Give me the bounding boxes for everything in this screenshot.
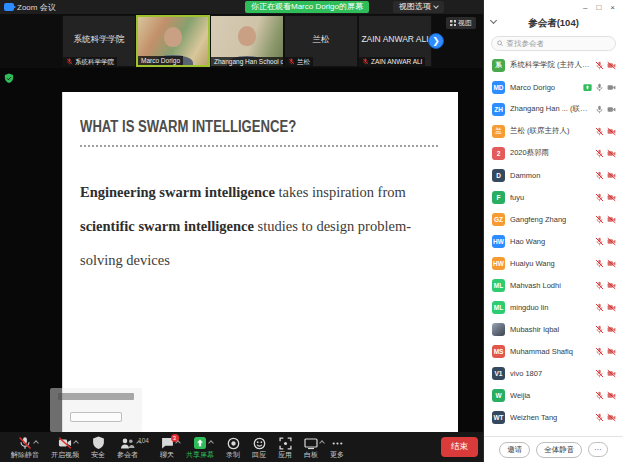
participant-search[interactable]: [491, 36, 616, 51]
participant-row[interactable]: 22020蔡郭雨: [484, 142, 623, 164]
participant-status-icons: [595, 369, 616, 378]
view-options-button[interactable]: 视图选项: [393, 1, 444, 13]
shared-screen-area: WHAT IS SWARM INTELLIGENCE? Engineering …: [0, 68, 483, 432]
tile-display-name: 系统科学学院: [63, 34, 135, 46]
view-options-label: 视图选项: [399, 1, 431, 13]
reactions-button[interactable]: 回应: [246, 432, 272, 462]
mic-muted-icon: [595, 347, 604, 356]
mic-muted-icon: [66, 58, 73, 65]
camera-off-icon: [607, 413, 616, 422]
unmute-button[interactable]: 解除静音: [5, 432, 45, 462]
participant-row[interactable]: MLmingduo lin: [484, 296, 623, 318]
tile-name-label: Zhangang Han School of: [211, 57, 283, 66]
camera-off-icon: [607, 303, 616, 312]
participant-row[interactable]: WTWeizhen Tang: [484, 406, 623, 428]
mute-all-button[interactable]: 全体静音: [536, 442, 582, 458]
reactions-icon: [253, 437, 266, 450]
participant-row[interactable]: 兰兰松 (联席主持人): [484, 120, 623, 142]
view-layout-button[interactable]: 视图: [446, 17, 476, 29]
whiteboard-button[interactable]: 白板: [298, 432, 324, 462]
camera-off-icon: [607, 215, 616, 224]
mic-icon: [595, 105, 604, 114]
participant-name: Weijia: [510, 391, 590, 400]
participant-row[interactable]: Mubashir Iqbal: [484, 318, 623, 340]
record-button[interactable]: 录制: [220, 432, 246, 462]
participants-button[interactable]: 104 参会者: [111, 432, 144, 462]
chevron-up-icon: [73, 440, 79, 446]
more-button[interactable]: 更多: [324, 432, 350, 462]
toolbar-button-label: 更多: [330, 450, 344, 459]
slide-bold-text: scientific swarm intelligence: [80, 218, 254, 234]
security-shield-icon: [92, 436, 105, 450]
minimize-button[interactable]: –: [583, 3, 587, 12]
participant-status-icons: [595, 149, 616, 158]
avatar: MD: [492, 81, 505, 94]
encryption-shield-icon: [4, 73, 14, 84]
participant-row[interactable]: DDammon: [484, 164, 623, 186]
zoom-app: Zoom 会议 你正在观看Marco Dorigo的屏幕 视图选项 系统科学学院…: [0, 0, 623, 462]
avatar: V1: [492, 367, 505, 380]
mic-muted-icon: [595, 325, 604, 334]
next-participants-button[interactable]: ❯: [428, 33, 444, 49]
participant-status-icons: [595, 325, 616, 334]
apps-icon: [279, 437, 292, 450]
participant-row[interactable]: MLMahvash Lodhi: [484, 274, 623, 296]
participant-row[interactable]: ZHZhangang Han ... (联席主持人): [484, 98, 623, 120]
participant-name: vivo 1807: [510, 369, 590, 378]
participant-row[interactable]: 系系统科学学院 (主持人, 我): [484, 54, 623, 76]
tile-display-name: 兰松: [285, 34, 357, 46]
close-button[interactable]: ×: [610, 3, 615, 12]
share-screen-button[interactable]: 共享屏幕: [180, 432, 220, 462]
participant-status-icons: [595, 391, 616, 400]
participant-name: Dammon: [510, 171, 590, 180]
tile-display-name: ZAIN ANWAR ALI: [359, 34, 431, 44]
security-button[interactable]: 安全: [85, 432, 111, 462]
participant-row[interactable]: V1vivo 1807: [484, 362, 623, 384]
mic-muted-icon: [595, 391, 604, 400]
participant-status-icons: [595, 215, 616, 224]
participant-row[interactable]: MDMarco Dorigo: [484, 76, 623, 98]
app-identity: Zoom 会议: [0, 2, 56, 13]
invite-button[interactable]: 邀请: [499, 442, 530, 458]
participant-row[interactable]: MSMuhammad Shafiq: [484, 340, 623, 362]
avatar: ML: [492, 279, 505, 292]
apps-button[interactable]: 应用: [272, 432, 298, 462]
participants-icon: [120, 437, 135, 450]
participant-status-icons: [595, 171, 616, 180]
video-tile[interactable]: 系统科学学院 系统科学学院: [62, 15, 136, 67]
mic-muted-icon: [362, 58, 369, 65]
camera-off-icon: [607, 325, 616, 334]
zoom-camera-icon: [4, 3, 14, 11]
chat-button[interactable]: 3 聊天: [154, 432, 180, 462]
participant-row[interactable]: HWHuaiyu Wang: [484, 252, 623, 274]
toolbar-button-label: 解除静音: [11, 450, 39, 459]
participant-name: Weizhen Tang: [510, 413, 590, 422]
avatar: 兰: [492, 125, 505, 138]
camera-off-icon: [607, 61, 616, 70]
participant-name: 2020蔡郭雨: [510, 148, 590, 158]
participants-title: 参会者(104): [484, 15, 623, 31]
end-meeting-button[interactable]: 结束: [441, 437, 478, 457]
video-tile[interactable]: Zhangang Han School of: [210, 15, 284, 67]
more-options-button[interactable]: ···: [588, 442, 608, 457]
participant-status-icons: [595, 303, 616, 312]
tile-name-label: ZAIN ANWAR ALI: [359, 57, 425, 66]
video-tile[interactable]: 兰松 兰松: [284, 15, 358, 67]
participant-row[interactable]: HWHao Wang: [484, 230, 623, 252]
participant-row[interactable]: GZGangfeng Zhang: [484, 208, 623, 230]
video-tile[interactable]: ZAIN ANWAR ALI ZAIN ANWAR ALI: [358, 15, 432, 67]
maximize-button[interactable]: □: [596, 3, 601, 12]
title-bar: Zoom 会议 你正在观看Marco Dorigo的屏幕 视图选项: [0, 0, 483, 14]
camera-off-icon: [607, 171, 616, 180]
video-tile[interactable]: Marco Dorigo: [136, 15, 210, 67]
participant-status-icons: [595, 237, 616, 246]
start-video-button[interactable]: 开启视频: [45, 432, 85, 462]
participant-status-icons: [595, 281, 616, 290]
search-input[interactable]: [506, 39, 610, 48]
participant-row[interactable]: WWeijia: [484, 384, 623, 406]
toolbar-button-label: 白板: [304, 450, 318, 459]
mic-muted-icon: [595, 413, 604, 422]
mic-muted-icon: [595, 215, 604, 224]
participant-row[interactable]: Ffuyu: [484, 186, 623, 208]
camera-off-icon: [607, 369, 616, 378]
